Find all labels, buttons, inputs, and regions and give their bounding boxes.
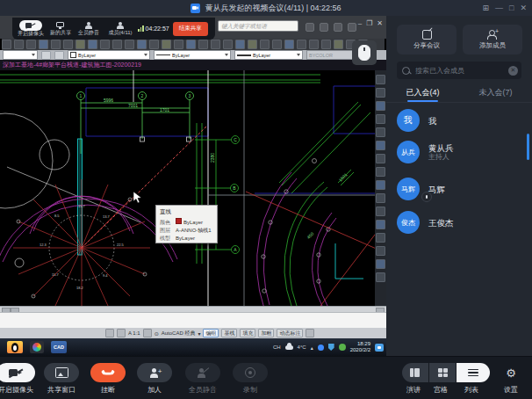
toolbar-icon[interactable]: [149, 40, 159, 49]
toolbar-icon[interactable]: [376, 101, 385, 111]
list-view-button[interactable]: [457, 363, 490, 382]
toolbar-icon[interactable]: [376, 154, 385, 163]
cad-document-tab[interactable]: 深加工基地-4#廊架平台栈道-建筑施工图-20200219: [0, 60, 386, 70]
tray-icon[interactable]: [306, 329, 314, 337]
member-row[interactable]: 我 我: [397, 107, 528, 134]
close-icon[interactable]: ✕: [520, 4, 527, 12]
toggle-hatch[interactable]: 填充: [240, 329, 255, 337]
toolbar-icon[interactable]: [376, 193, 385, 203]
cad-app-icon[interactable]: CAD: [51, 341, 67, 353]
clear-search-icon[interactable]: ✕: [508, 66, 518, 76]
binoculars-icon[interactable]: [306, 23, 314, 32]
end-share-button[interactable]: 结束共享: [173, 22, 208, 36]
toolbar-icon[interactable]: [2, 40, 11, 49]
toolbar-icon[interactable]: [63, 40, 73, 49]
toolbar-icon[interactable]: [51, 40, 61, 49]
settings-button[interactable]: ⚙: [500, 363, 521, 382]
toolbar-icon[interactable]: [235, 40, 245, 49]
toolbar-icon[interactable]: [75, 40, 85, 49]
toggle-baseline[interactable]: 基线: [221, 329, 237, 337]
toolbar-members-button[interactable]: 成员(4/11): [103, 22, 138, 36]
toolbar-icon[interactable]: [272, 40, 282, 49]
toolbar-icon[interactable]: [26, 40, 36, 49]
printer-icon[interactable]: [41, 51, 51, 60]
antivirus-icon[interactable]: [339, 344, 346, 351]
cad-hscrollbar[interactable]: [0, 306, 386, 312]
toolbar-icon[interactable]: [284, 40, 294, 49]
cad-close-icon[interactable]: ✕: [377, 19, 383, 27]
tab-joined[interactable]: 已入会(4): [386, 84, 459, 102]
language-indicator[interactable]: CH: [273, 345, 281, 350]
share-window-button[interactable]: 共享窗口: [44, 363, 79, 395]
toggle-group[interactable]: 编组: [203, 329, 219, 337]
member-row[interactable]: 从兵 黄从兵 主持人: [397, 139, 528, 165]
remote-mouse-button[interactable]: [352, 40, 377, 65]
system-clock[interactable]: 18:29 2020/2/2: [350, 341, 370, 353]
toolbar-icon[interactable]: [376, 167, 385, 177]
toolbar-icon[interactable]: [39, 40, 48, 49]
member-row[interactable]: 俊杰 王俊杰: [397, 209, 528, 236]
toolbar-icon[interactable]: [376, 180, 385, 190]
toolbar-icon[interactable]: [174, 40, 183, 49]
maximize-icon[interactable]: □: [509, 4, 514, 12]
toggle-bold[interactable]: 加粗: [258, 329, 274, 337]
toolbar-icon[interactable]: [125, 40, 134, 49]
cad-minimize-icon[interactable]: –: [358, 19, 362, 27]
workspace-switcher[interactable]: AutoCAD 经典: [162, 330, 196, 337]
star-icon[interactable]: [334, 23, 342, 32]
annotation-icon[interactable]: [143, 329, 152, 337]
toolbar-icon[interactable]: [88, 40, 97, 49]
toolbar-icon[interactable]: [376, 114, 385, 124]
layout-space-icon[interactable]: [117, 329, 126, 337]
annotation-scale[interactable]: A 1:1: [128, 330, 140, 336]
toolbar-icon[interactable]: [321, 40, 331, 49]
layout-icon[interactable]: ⊞: [482, 4, 489, 12]
layer-combo[interactable]: [3, 50, 38, 60]
toolbar-icon[interactable]: [376, 233, 385, 243]
toolbar-icon[interactable]: [14, 40, 24, 49]
toolbar-icon[interactable]: [334, 40, 343, 49]
security-shield-icon[interactable]: [328, 344, 334, 351]
add-member-button[interactable]: 添加成员: [463, 25, 522, 54]
toolbar-new-share-button[interactable]: 新的共享: [47, 22, 75, 36]
toolbar-icon[interactable]: [260, 40, 270, 49]
hangup-button[interactable]: 挂断: [90, 363, 126, 395]
lineweight-combo[interactable]: ByLayer: [234, 50, 303, 60]
member-search[interactable]: ✕: [397, 62, 521, 79]
toolbar-icon[interactable]: [248, 40, 257, 49]
toolbar-icon[interactable]: [376, 259, 385, 269]
photos-app-icon[interactable]: [30, 341, 44, 353]
toolbar-icon[interactable]: [112, 40, 122, 49]
toolbar-icon[interactable]: [376, 88, 385, 98]
toolbar-icon[interactable]: [376, 272, 385, 282]
toolbar-icon[interactable]: [376, 141, 385, 150]
toolbar-icon[interactable]: [186, 40, 196, 49]
toolbar-icon[interactable]: [223, 40, 233, 49]
member-search-input[interactable]: [413, 66, 505, 76]
toolbar-camera-button[interactable]: 开启摄像头: [15, 20, 47, 37]
toolbar-icon[interactable]: [162, 40, 171, 49]
toolbar-icon[interactable]: [376, 220, 385, 229]
share-meeting-button[interactable]: 分享会议: [397, 25, 457, 54]
cad-restore-icon[interactable]: ❐: [366, 19, 372, 27]
wrench-icon[interactable]: [320, 23, 328, 32]
toolbar-icon[interactable]: [137, 40, 147, 49]
toolbar-icon[interactable]: [211, 40, 220, 49]
member-row[interactable]: 马辉 马辉: [397, 176, 528, 202]
camera-button[interactable]: 开启摄像头: [0, 363, 35, 395]
qq-icon[interactable]: [7, 341, 23, 353]
help-icon[interactable]: [348, 23, 356, 32]
toolbar-mute-all-button[interactable]: 全员静音: [75, 22, 103, 36]
minimize-icon[interactable]: —: [495, 4, 503, 12]
plot-preview-icon[interactable]: [54, 51, 64, 60]
messenger-icon[interactable]: [375, 344, 384, 352]
color-combo[interactable]: ByLayer: [68, 50, 150, 60]
cad-command-line[interactable]: [0, 312, 386, 328]
toolbar-icon[interactable]: [376, 127, 385, 137]
grid-view-button[interactable]: [429, 363, 456, 382]
toolbar-icon[interactable]: [309, 40, 319, 49]
toolbar-icon[interactable]: [376, 207, 385, 216]
tray-blue-icon[interactable]: [318, 345, 324, 351]
tray-expand-icon[interactable]: ▴: [311, 345, 313, 351]
model-space-icon[interactable]: [105, 329, 114, 337]
